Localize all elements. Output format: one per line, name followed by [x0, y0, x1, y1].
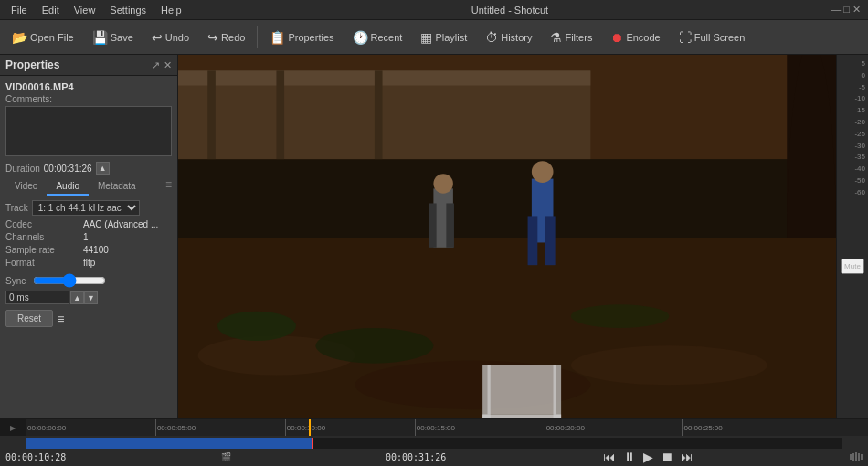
comments-label: Comments: — [5, 94, 172, 104]
vol-tick-n60: -60 — [854, 187, 865, 199]
encode-button[interactable]: ⏺ Encode — [602, 25, 668, 50]
volume-scale: 5 0 -5 -10 -15 -20 -25 -30 -35 -40 -50 -… — [837, 58, 868, 199]
timeline-progress — [26, 438, 312, 449]
prop-format-value: fltp — [83, 258, 95, 268]
transport-stop-button[interactable]: ⏹ — [659, 450, 675, 464]
transport-play-button[interactable]: ▶ — [641, 450, 655, 464]
recent-button[interactable]: 🕐 Recent — [344, 25, 411, 50]
vol-tick-n50: -50 — [854, 175, 865, 187]
window-title: Untitled - Shotcut — [189, 5, 831, 16]
ruler-mark-1: 00:00:05:00 — [155, 419, 196, 436]
sync-spin-down[interactable]: ▼ — [84, 291, 98, 304]
main-area: Properties ↗ ✕ VID00016.MP4 Comments: Du… — [0, 55, 868, 418]
duration-spin-up[interactable]: ▲ — [96, 162, 110, 175]
volume-meter-panel: 5 0 -5 -10 -15 -20 -25 -30 -35 -40 -50 -… — [836, 55, 868, 418]
ruler-mark-0: 00:00:00:00 — [26, 419, 66, 436]
svg-rect-4 — [207, 70, 216, 159]
svg-rect-19 — [446, 203, 454, 247]
svg-rect-5 — [276, 70, 284, 159]
sync-value-input[interactable] — [5, 291, 69, 304]
redo-button[interactable]: ↪ Redo — [199, 25, 253, 50]
svg-point-13 — [217, 312, 296, 341]
ruler-mark-2: 00:00:10:00 — [285, 419, 325, 436]
comments-input[interactable] — [5, 106, 172, 156]
svg-rect-18 — [429, 203, 437, 247]
properties-icon: 📋 — [270, 30, 285, 45]
sync-slider[interactable] — [33, 273, 106, 288]
svg-point-17 — [433, 174, 452, 193]
duration-value: 00:00:31:26 — [44, 164, 92, 174]
redo-label: Redo — [221, 32, 245, 43]
svg-point-14 — [315, 328, 433, 364]
sync-spin-up[interactable]: ▲ — [70, 291, 84, 304]
svg-rect-26 — [488, 365, 556, 415]
prop-codec-value: AAC (Advanced ... — [83, 219, 158, 229]
vol-tick-n20: -20 — [854, 117, 865, 129]
prop-format-label: Format — [5, 258, 83, 268]
tab-video[interactable]: Video — [5, 178, 47, 196]
redo-icon: ↪ — [207, 30, 218, 45]
transport-pause-button[interactable]: ⏸ — [621, 450, 638, 464]
tab-audio[interactable]: Audio — [47, 178, 89, 196]
panel-header: Properties ↗ ✕ — [0, 55, 177, 76]
filters-button[interactable]: ⚗ Filters — [542, 25, 600, 50]
ruler-mark-3: 00:00:15:00 — [415, 419, 455, 436]
track-row: Track 1: 1 ch 44.1 kHz aac — [5, 200, 172, 216]
filters-icon: ⚗ — [550, 30, 562, 45]
video-player[interactable] — [178, 55, 836, 418]
panel-close-icon[interactable]: ✕ — [164, 59, 172, 71]
vol-tick-n25: -25 — [854, 129, 865, 141]
ruler-track[interactable]: 00:00:00:00 00:00:05:00 00:00:10:00 00:0… — [26, 419, 836, 436]
menu-edit[interactable]: Edit — [35, 3, 67, 17]
save-button[interactable]: 💾 Save — [84, 25, 142, 50]
vol-tick-n35: -35 — [854, 152, 865, 164]
timeline-playhead — [312, 438, 313, 449]
vol-tick-5: 5 — [862, 58, 865, 70]
svg-rect-6 — [375, 70, 383, 159]
properties-button[interactable]: 📋 Properties — [261, 25, 342, 50]
playlist-button[interactable]: ▦ Playlist — [412, 25, 475, 50]
toolbar: 📂 Open File 💾 Save ↩ Undo ↪ Redo 📋 Prope… — [0, 20, 868, 55]
menu-file[interactable]: File — [4, 3, 35, 17]
open-file-label: Open File — [30, 32, 74, 43]
mute-button[interactable]: Mute — [841, 259, 864, 274]
menu-view[interactable]: View — [67, 3, 103, 17]
panel-float-icon[interactable]: ↗ — [152, 59, 160, 71]
save-icon: 💾 — [92, 30, 108, 45]
prop-samplerate: Sample rate 44100 — [5, 245, 172, 255]
ruler-mark-4: 00:00:20:00 — [545, 419, 585, 436]
more-options-icon[interactable]: ≡ — [57, 312, 64, 326]
reset-button[interactable]: Reset — [5, 310, 53, 327]
fullscreen-button[interactable]: ⛶ Full Screen — [671, 25, 754, 50]
video-frame — [178, 55, 836, 418]
track-label: Track — [5, 203, 28, 213]
history-button[interactable]: ⏱ History — [477, 25, 540, 50]
svg-rect-27 — [482, 365, 491, 418]
undo-button[interactable]: ↩ Undo — [143, 25, 197, 50]
window-controls[interactable]: — □ ✕ — [831, 4, 861, 16]
playlist-icon: ▦ — [420, 30, 432, 45]
duration-row: Duration 00:00:31:26 ▲ — [5, 162, 172, 175]
timeline: ▶ 00:00:00:00 00:00:05:00 00:00:10:00 00… — [0, 418, 868, 466]
svg-point-15 — [571, 304, 669, 328]
tab-metadata[interactable]: Metadata — [89, 178, 145, 196]
toolbar-separator-1 — [257, 26, 258, 48]
transport-bar: 00:00:10:28 🎬 00:00:31:26 ⏮ ⏸ ▶ ⏹ ⏭ — [0, 449, 868, 465]
panel-title: Properties — [5, 58, 59, 71]
transport-start-button[interactable]: ⏮ — [601, 450, 618, 464]
properties-label: Properties — [288, 32, 333, 43]
open-file-icon: 📂 — [12, 30, 27, 45]
timeline-bar[interactable] — [26, 438, 842, 449]
tab-menu-icon[interactable]: ≡ — [165, 178, 172, 196]
transport-end-button[interactable]: ⏭ — [679, 450, 695, 464]
menu-settings[interactable]: Settings — [102, 3, 153, 17]
current-timecode: 00:00:10:28 — [5, 452, 66, 462]
track-select[interactable]: 1: 1 ch 44.1 kHz aac — [32, 200, 140, 216]
svg-rect-3 — [178, 70, 590, 85]
prop-samplerate-value: 44100 — [83, 245, 109, 255]
menu-help[interactable]: Help — [153, 3, 189, 17]
vol-tick-n10: -10 — [854, 93, 865, 105]
open-file-button[interactable]: 📂 Open File — [4, 25, 82, 50]
ruler-mark-5: 00:00:25:00 — [682, 419, 722, 436]
history-label: History — [501, 32, 532, 43]
